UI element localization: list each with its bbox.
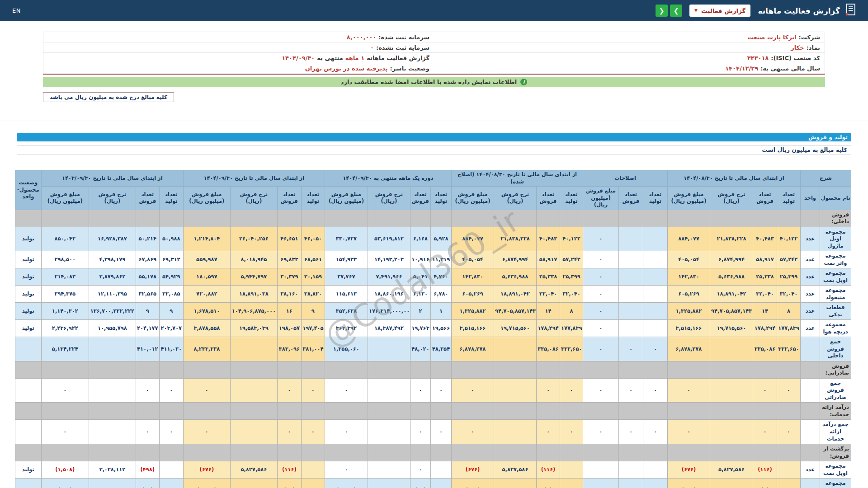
section-cell [753,444,777,461]
value-cell: ۲ [410,303,430,320]
value-cell: ۱۴ [536,303,560,320]
value-cell [230,378,277,403]
value-cell: ۶,۱۶۸ [410,227,430,251]
value-cell [643,251,667,268]
value-cell: ۳۵۲,۶۲۸ [325,303,368,320]
value-cell: ۸,۲۳۳,۳۳۸ [183,337,230,361]
value-cell: ۴۱۰,۰۱۲ [136,337,159,361]
amounts-unit-box: کلیه مبالغ درج شده به میلیون ریال می باش… [43,92,174,102]
section-cell [277,210,301,227]
value-cell: ۲۵,۳۹۹ [560,268,583,286]
section-cell [230,361,277,378]
value-cell [777,461,800,479]
value-cell: ۶۰۵,۲۶۹ [451,286,494,303]
value-cell: ۳,۸۷۹,۸۶۲ [89,268,136,286]
table-row: قطعات یدکیعدد۸۱۴۹۴,۷۰۵,۸۵۷,۱۴۳۱,۳۲۵,۸۸۲۰… [15,303,851,320]
section-cell [583,210,618,227]
value-cell: ۰ [618,378,643,403]
info-row: سال مالی منتهی به: ۱۴۰۴/۱۲/۲۹ وضعیت ناشر… [43,63,825,74]
section-cell [301,361,325,378]
value-cell: ۰ [536,378,560,403]
value-cell [583,479,618,488]
section-cell [494,361,536,378]
product-name-cell: مجموعه اویل پمپ [820,268,851,286]
section-cell [41,444,89,461]
value-cell [618,227,643,251]
value-cell: (۲۰۴) [451,479,494,488]
value-cell: (۱,۵۰۸) [41,461,89,479]
section-cell [159,210,183,227]
value-cell [368,337,410,361]
value-cell: ۳۲,۰۴۰ [777,286,800,303]
info-label: نماد: [807,44,820,51]
units-note: کلیه مبالغ به میلیون ریال است [17,145,851,155]
value-cell: ۴۸,۰۲۰ [410,337,430,361]
unit-cell: عدد [800,286,820,303]
value-cell: ۵۸,۹۱۷ [753,251,777,268]
section-cell [560,210,583,227]
product-status-cell: تولید [15,251,41,268]
table-row: مجموعه اویل پمپعدد۲۵,۳۹۹۲۵,۳۳۸۵,۶۳۶,۹۸۸۱… [15,268,851,286]
section-cell [643,444,667,461]
next-report-button[interactable]: ❯ [670,5,682,17]
column-header: تعداد تولید [430,187,451,210]
value-cell: ۳۰,۳۷۹ [277,268,301,286]
section-cell [777,210,800,227]
value-cell: ۰ [583,420,618,444]
section-cell [325,403,368,420]
value-cell: ۰ [277,378,301,403]
value-cell: ۳۳۵,۰۸۶ [753,337,777,361]
value-cell: ۱۴ [753,303,777,320]
section-cell [410,361,430,378]
value-cell: (۶۷۶) [183,461,230,479]
value-cell [710,337,753,361]
value-cell: ۰ [325,461,368,479]
section-cell [430,403,451,420]
info-label: منتهی به [317,55,343,61]
value-cell: ۲۵,۵۰۰,۰۰۰ [710,479,753,488]
section-cell [430,210,451,227]
column-header: واحد [800,187,820,210]
section-cell [277,403,301,420]
value-cell: ۰ [583,251,618,268]
table-row: مجموعه اویل ماژولعدد۴۰,۱۲۲۴۰,۴۸۳۲۱,۸۳۸,۲… [15,227,851,251]
table-row: مجموعه واتر پمپعدد۵۷,۲۴۲۵۸,۹۱۷۶,۸۷۴,۹۹۴۴… [15,251,851,268]
previous-report-button[interactable]: ❮ [656,5,668,17]
section-cell [667,403,710,420]
value-cell: ۴۰,۱۲۲ [560,227,583,251]
company-name-field: شرکت: ایرکا پارت صنعت [434,34,825,41]
value-cell: ۲۱۴,۰۸۳ [41,268,89,286]
value-cell: ۵,۸۲۷,۵۸۶ [710,461,753,479]
section-cell [368,210,410,227]
column-header: نرخ فروش (ریال) [368,187,410,210]
column-header: تعداد فروش [136,187,159,210]
language-toggle-en[interactable]: EN [12,7,21,14]
value-cell: ۴۰۵,۰۵۴ [451,251,494,268]
value-cell: ۰ [277,420,301,444]
value-cell: ۰ [430,420,451,444]
value-cell: ۳۸۳,۰۹۶ [277,337,301,361]
section-cell [89,444,136,461]
table-row: جمع فروش داخلی۳۳۲,۶۵۰۳۳۵,۰۸۶۶,۸۷۸,۲۷۸۰۰۰… [15,337,851,361]
value-cell: ۰ [753,378,777,403]
value-cell: ۴۰,۴۸۳ [536,227,560,251]
section-cell [410,403,430,420]
product-name-cell: جمع درآمد ارائه خدمات [820,420,851,444]
info-value: خکار [791,44,804,51]
value-cell: ۶,۸۷۸,۲۷۸ [667,337,710,361]
product-status-cell: تولید [15,227,41,251]
section-cell [777,403,800,420]
value-cell [618,268,643,286]
value-cell: ۸۸۴,۰۷۷ [451,227,494,251]
section-cell [710,210,753,227]
production-sales-table: شرحاز ابتدای سال مالی تا تاریخ ۱۴۰۴/۰۸/۳… [15,170,851,488]
value-cell: ۶,۱۳۰ [410,286,430,303]
value-cell: ۰ [583,337,618,361]
value-cell: (۱۱۶) [277,461,301,479]
report-type-dropdown[interactable]: گزارش فعالیت ▼ [689,5,750,17]
value-cell [618,461,643,479]
value-cell: ۱,۲۱۴,۸۰۴ [183,227,230,251]
value-cell: ۰ [583,268,618,286]
signed-data-notice: i اطلاعات نمایش داده شده با اطلاعات امضا… [43,77,825,87]
value-cell: ۵,۹۲۸ [430,227,451,251]
